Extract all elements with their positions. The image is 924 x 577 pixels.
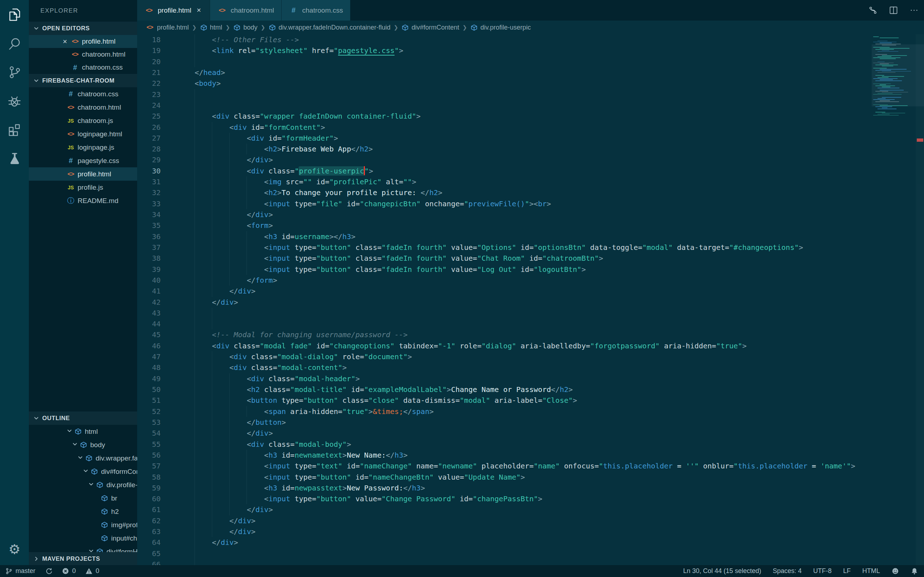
code-line[interactable]: 22 <body>: [137, 78, 924, 89]
outline-item[interactable]: div.wrapper.fade...: [29, 451, 137, 465]
code-line[interactable]: 36 <h3 id=username></h3>: [137, 231, 924, 242]
code-line[interactable]: 23: [137, 89, 924, 100]
code-line[interactable]: 48 <div class="modal-content">: [137, 362, 924, 373]
breadcrumb-item[interactable]: div#formContent: [401, 24, 459, 31]
code-line[interactable]: 62 </div>: [137, 515, 924, 526]
close-icon[interactable]: ✕: [195, 7, 202, 14]
file-item[interactable]: #chatroom.css: [29, 87, 137, 101]
code-line[interactable]: 59 <h3 id=newpasstext>New Password:</h3>: [137, 482, 924, 493]
file-item[interactable]: <>loginpage.html: [29, 127, 137, 141]
code-line[interactable]: 25 <div class="wrapper fadeInDown contai…: [137, 111, 924, 121]
code-line[interactable]: 18 <!-- Other Files -->: [137, 34, 924, 45]
breadcrumb-item[interactable]: html: [200, 24, 222, 31]
file-item[interactable]: <>chatroom.html: [29, 101, 137, 114]
explorer-icon[interactable]: [0, 0, 29, 29]
code-line[interactable]: 55 <div class="modal-body">: [137, 439, 924, 450]
code-line[interactable]: 21 </head>: [137, 67, 924, 78]
code-line[interactable]: 46 <div class="modal fade" id="changeopt…: [137, 340, 924, 351]
tab-chatroom.html[interactable]: <>chatroom.html: [210, 0, 281, 21]
error-icon[interactable]: 0: [62, 567, 76, 575]
code-line[interactable]: 33 <input type="file" id="changepicBtn" …: [137, 198, 924, 209]
bell-icon[interactable]: [911, 567, 918, 575]
code-editor[interactable]: 18 <!-- Other Files -->19 <link rel="sty…: [137, 34, 924, 565]
open-editor-item[interactable]: <>chatroom.html: [29, 48, 137, 61]
breadcrumb-item[interactable]: div.wrapper.fadeInDown.container-fluid: [268, 24, 391, 31]
code-line[interactable]: 40 </form>: [137, 275, 924, 285]
close-icon[interactable]: ✕: [60, 38, 70, 45]
outline-item[interactable]: div#formHea...: [29, 545, 137, 552]
code-line[interactable]: 28 <h2>Firebase Web App</h2>: [137, 143, 924, 154]
code-line[interactable]: 47 <div class="modal-dialog" role="docum…: [137, 351, 924, 362]
file-item[interactable]: #pagestyle.css: [29, 154, 137, 167]
split-editor-icon[interactable]: [888, 5, 898, 15]
open-editor-item[interactable]: ✕<>profile.html: [29, 35, 137, 48]
feedback-icon[interactable]: [892, 567, 899, 575]
code-line[interactable]: 20: [137, 56, 924, 67]
status-item[interactable]: UTF-8: [813, 567, 832, 575]
open-editor-item[interactable]: #chatroom.css: [29, 61, 137, 74]
test-beaker-icon[interactable]: [0, 144, 29, 173]
minimap[interactable]: [872, 34, 916, 565]
breadcrumb-item[interactable]: div.profile-userpic: [470, 24, 531, 31]
tab-chatroom.css[interactable]: #chatroom.css: [281, 0, 351, 21]
code-line[interactable]: 51 <button type="button" class="close" d…: [137, 395, 924, 406]
status-item[interactable]: Spaces: 4: [773, 567, 802, 575]
code-line[interactable]: 38 <input type="button" class="fadeIn fo…: [137, 253, 924, 264]
code-line[interactable]: 53 </button>: [137, 417, 924, 428]
section-header-outline[interactable]: OUTLINE: [29, 411, 137, 425]
code-line[interactable]: 57 <input type="text" id="nameChange" na…: [137, 461, 924, 471]
source-control-icon[interactable]: [0, 58, 29, 87]
code-line[interactable]: 39 <input type="button" class="fadeIn fo…: [137, 264, 924, 275]
settings-gear-icon[interactable]: ⚙: [0, 542, 29, 557]
outline-item[interactable]: html: [29, 425, 137, 438]
code-line[interactable]: 65: [137, 548, 924, 559]
code-line[interactable]: 50 <h2 class="modal-title" id="exampleMo…: [137, 384, 924, 395]
code-line[interactable]: 29 </div>: [137, 154, 924, 165]
outline-item[interactable]: body: [29, 438, 137, 451]
outline-item[interactable]: div#formContent: [29, 465, 137, 478]
breadcrumb-item[interactable]: body: [233, 24, 257, 31]
code-line[interactable]: 30 <div class="profile-userpic">: [137, 166, 924, 176]
outline-item[interactable]: img#profilePic: [29, 518, 137, 532]
file-item[interactable]: ⓘREADME.md: [29, 194, 137, 207]
code-line[interactable]: 61 </div>: [137, 504, 924, 515]
code-line[interactable]: 52 <span aria-hidden="true">&times;</spa…: [137, 406, 924, 417]
code-line[interactable]: 54 </div>: [137, 428, 924, 438]
code-line[interactable]: 56 <h3 id=newnametext>New Name:</h3>: [137, 450, 924, 461]
code-line[interactable]: 31 <img src="" id="profilePic" alt="">: [137, 176, 924, 187]
sync-icon[interactable]: [45, 567, 52, 575]
branch-icon[interactable]: master: [5, 567, 36, 575]
file-item[interactable]: <>profile.html: [29, 167, 137, 181]
breadcrumb-item[interactable]: <>profile.html: [145, 24, 189, 31]
code-line[interactable]: 58 <input type="button" id="nameChangeBt…: [137, 472, 924, 482]
code-line[interactable]: 44: [137, 318, 924, 329]
warning-icon[interactable]: 0: [85, 567, 99, 575]
code-line[interactable]: 34 </div>: [137, 209, 924, 220]
code-line[interactable]: 24: [137, 100, 924, 111]
code-line[interactable]: 35 <form>: [137, 220, 924, 231]
outline-item[interactable]: input#chang...: [29, 532, 137, 545]
search-icon[interactable]: [0, 29, 29, 58]
code-line[interactable]: 32 <h2>To change your profile picture: <…: [137, 187, 924, 198]
code-line[interactable]: 43: [137, 308, 924, 318]
file-item[interactable]: JSloginpage.js: [29, 141, 137, 154]
section-header-open-editors[interactable]: OPEN EDITORS: [29, 22, 137, 35]
section-header-maven-projects[interactable]: MAVEN PROJECTS: [29, 552, 137, 565]
code-line[interactable]: 49 <div class="modal-header">: [137, 373, 924, 384]
code-line[interactable]: 64 </div>: [137, 537, 924, 548]
code-line[interactable]: 45 <!-- Modal for changing username/pass…: [137, 329, 924, 340]
status-item[interactable]: HTML: [862, 567, 880, 575]
extensions-icon[interactable]: [0, 115, 29, 144]
outline-item[interactable]: div.profile-us...: [29, 478, 137, 492]
code-line[interactable]: 37 <input type="button" class="fadeIn fo…: [137, 242, 924, 253]
code-line[interactable]: 27 <div id="formHeader">: [137, 133, 924, 143]
code-line[interactable]: 19 <link rel="stylesheet" href="pagestyl…: [137, 45, 924, 56]
status-item[interactable]: Ln 30, Col 44 (15 selected): [683, 567, 761, 575]
code-line[interactable]: 41 </div>: [137, 285, 924, 297]
file-item[interactable]: JSchatroom.js: [29, 114, 137, 127]
section-header-folder[interactable]: FIREBASE-CHAT-ROOM: [29, 74, 137, 87]
more-actions-icon[interactable]: [909, 5, 919, 15]
code-line[interactable]: 42 </div>: [137, 297, 924, 308]
tab-profile.html[interactable]: <>profile.html✕: [137, 0, 210, 21]
open-changes-icon[interactable]: [868, 5, 878, 15]
